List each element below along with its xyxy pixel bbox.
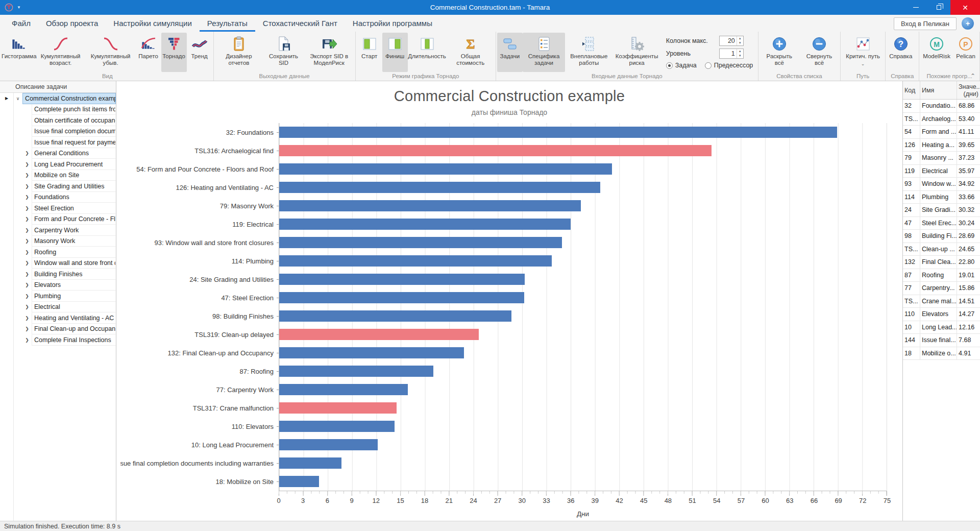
table-row[interactable]: 98Building Fi...28.69 [903, 230, 980, 243]
spinner-up-icon[interactable]: ▲ [737, 49, 743, 54]
pelican-account-icon[interactable]: + [962, 17, 974, 30]
restore-button[interactable] [927, 0, 950, 15]
tree-item[interactable]: ❯Final Clean-up and Occupancy [0, 324, 116, 335]
tree-item[interactable]: ▶∨Commercial Construction example [0, 93, 116, 104]
tornado-bar-task[interactable] [279, 274, 525, 285]
ribbon-button-раскрыть-всё[interactable]: Раскрыть всё [760, 33, 799, 72]
table-row[interactable]: TS...Clean-up ...24.65 [903, 243, 980, 256]
tree-item[interactable]: ❯Carpentry Work [0, 225, 116, 236]
chevron-right-icon[interactable]: ❯ [22, 214, 32, 225]
table-row[interactable]: 10Long Lead...12.16 [903, 321, 980, 334]
chevron-right-icon[interactable]: ❯ [22, 192, 32, 203]
table-row[interactable]: 87Roofing19.01 [903, 269, 980, 282]
spinner-down-icon[interactable]: ▼ [737, 41, 743, 45]
table-row[interactable]: 119Electrical35.97 [903, 165, 980, 178]
tornado-bar-risk[interactable] [279, 329, 479, 340]
chevron-right-icon[interactable]: ❯ [22, 302, 32, 313]
table-row[interactable]: 144Issue final...7.68 [903, 334, 980, 347]
chevron-right-icon[interactable]: ❯ [22, 269, 32, 280]
tree-item[interactable]: ❯Electrical [0, 302, 116, 313]
chevron-right-icon[interactable]: ❯ [22, 170, 32, 181]
tree-item[interactable]: ❯Site Grading and Utilities [0, 181, 116, 192]
ribbon-button-внеплановые-работы[interactable]: Внеплановые работы [565, 33, 612, 72]
chevron-right-icon[interactable]: ❯ [22, 148, 32, 159]
tornado-bar-risk[interactable] [279, 402, 397, 414]
table-row[interactable]: 110Elevators14.27 [903, 308, 980, 321]
tree-item[interactable]: Complete punch list items from... [0, 104, 116, 115]
tab-файл[interactable]: Файл [4, 15, 38, 32]
tornado-bar-risk[interactable] [279, 145, 712, 156]
tree-item[interactable]: ❯Heating and Ventilating - AC [0, 312, 116, 324]
tab-результаты[interactable]: Результаты [200, 15, 255, 32]
spinner-arrows[interactable]: ▲▼ [737, 36, 743, 45]
tree-item[interactable]: ❯Roofing [0, 247, 116, 258]
tree-item[interactable]: ❯Mobilize on Site [0, 170, 116, 181]
columns-max-input[interactable]: 20▲▼ [719, 36, 744, 46]
ribbon-button-pelican[interactable]: PPelican [953, 33, 978, 72]
spinner-up-icon[interactable]: ▲ [737, 36, 743, 41]
ribbon-button-modelrisk[interactable]: MModelRisk [920, 33, 953, 72]
ribbon-button-критич-путь[interactable]: Критич. путь ⌄ [842, 33, 884, 72]
table-row[interactable]: 47Steel Erec...30.24 [903, 217, 980, 230]
table-column-header[interactable]: Имя [920, 81, 957, 99]
tab-настройки-программы[interactable]: Настройки программы [345, 15, 440, 32]
minimize-button[interactable] [904, 0, 927, 15]
radio-предесессор[interactable]: Предесессор [705, 62, 753, 69]
tornado-bar-task[interactable] [279, 421, 395, 432]
tree-item[interactable]: ❯Masonry Work [0, 236, 116, 247]
tree-item[interactable]: ❯Building Finishes [0, 269, 116, 280]
tree-item[interactable]: ❯Elevators [0, 280, 116, 291]
chevron-right-icon[interactable]: ❯ [22, 203, 32, 214]
pelican-login-button[interactable]: Вход в Пеликан [894, 17, 957, 30]
table-row[interactable]: 132Final Clea...22.80 [903, 256, 980, 269]
tornado-bar-task[interactable] [279, 219, 571, 230]
ribbon-button-экспорт-sid-в-моделриск[interactable]: Экспорт SID в МоделРиск [304, 33, 354, 72]
tornado-bar-task[interactable] [279, 457, 341, 469]
collapse-ribbon-button[interactable]: ⌃ [970, 73, 975, 80]
chevron-right-icon[interactable]: ❯ [22, 312, 32, 324]
table-row[interactable]: 79Masonry ...37.23 [903, 152, 980, 165]
ribbon-button-специфика-задачи[interactable]: Специфика задачи [523, 33, 565, 72]
ribbon-button-кумулятивный-возраст[interactable]: Кумулятивный возраст. [36, 33, 86, 72]
app-menu-button[interactable]: ▼ [0, 3, 21, 12]
level-input[interactable]: 1▲▼ [719, 49, 744, 59]
tornado-bar-task[interactable] [279, 163, 612, 175]
ribbon-button-старт[interactable]: Старт [357, 33, 382, 72]
table-row[interactable]: 54Form and ...41.11 [903, 126, 980, 139]
chevron-right-icon[interactable]: ❯ [22, 159, 32, 170]
chevron-right-icon[interactable]: ❯ [22, 247, 32, 258]
spinner-down-icon[interactable]: ▼ [737, 54, 743, 58]
table-column-header[interactable]: Код [903, 81, 920, 99]
ribbon-button-свернуть-всё[interactable]: Свернуть всё [799, 33, 839, 72]
ribbon-button-дизайнер-отчетов[interactable]: Дизайнер отчетов [215, 33, 263, 72]
tornado-bar-task[interactable] [279, 255, 552, 267]
chevron-right-icon[interactable]: ❯ [22, 225, 32, 236]
tornado-bar-task[interactable] [279, 476, 319, 487]
ribbon-button-общая-стоимость[interactable]: ΣОбщая стоимость [446, 33, 495, 72]
ribbon-button-парето[interactable]: Парето [136, 33, 161, 72]
tree-column-header[interactable]: Описание задачи [0, 81, 116, 93]
chevron-right-icon[interactable]: ❯ [22, 291, 32, 302]
tree-item[interactable]: ❯Foundations [0, 192, 116, 203]
ribbon-button-гистограмма[interactable]: Гистограмма [3, 33, 36, 72]
ribbon-button-торнадо[interactable]: Торнадо [161, 33, 187, 72]
table-row[interactable]: 114Plumbing33.66 [903, 191, 980, 204]
chevron-right-icon[interactable]: ❯ [22, 181, 32, 192]
chevron-right-icon[interactable]: ❯ [22, 280, 32, 291]
tornado-bar-task[interactable] [279, 366, 433, 377]
tree-item[interactable]: Issue final completion docume... [0, 126, 116, 137]
tree-item[interactable]: Issue final request for payment [0, 137, 116, 148]
ribbon-button-тренд[interactable]: Тренд [187, 33, 212, 72]
chevron-right-icon[interactable]: ❯ [22, 324, 32, 335]
tab-настройки-симуляции[interactable]: Настройки симуляции [106, 15, 199, 32]
tree-item[interactable]: ❯Steel Erection [0, 203, 116, 214]
tornado-bar-task[interactable] [279, 439, 378, 450]
tab-стохастический-гант[interactable]: Стохастический Гант [255, 15, 345, 32]
table-row[interactable]: 18Mobilize o...4.91 [903, 347, 980, 360]
tornado-bar-task[interactable] [279, 292, 524, 303]
table-column-header[interactable]: Значе...(дни) [957, 81, 980, 99]
tornado-bar-task[interactable] [279, 237, 562, 248]
spinner-arrows[interactable]: ▲▼ [737, 49, 743, 58]
ribbon-button-кумулятивный-убыв[interactable]: Кумулятивный убыв. [86, 33, 136, 72]
tornado-bar-task[interactable] [279, 127, 837, 138]
